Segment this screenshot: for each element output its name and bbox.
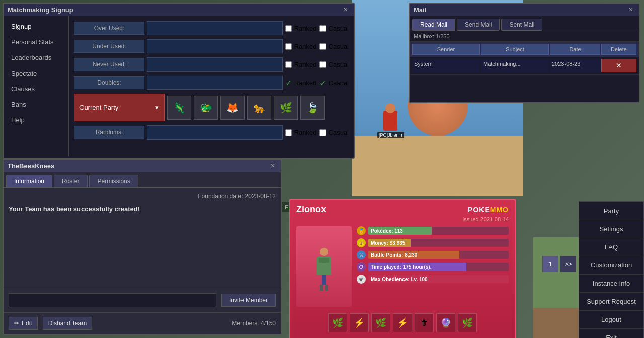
money-bar: Money: $3,935 xyxy=(368,239,411,247)
party-dropdown-arrow: ▾ xyxy=(155,104,159,111)
mm-label-overused: Over Used: xyxy=(74,22,144,35)
mail-header-subject: Subject xyxy=(481,44,549,55)
label-overused-casual: Casual xyxy=(329,25,349,32)
matchmaking-body: Signup Personal Stats Leaderboards Spect… xyxy=(4,16,354,156)
menu-item-instance-info[interactable]: Instance Info xyxy=(579,275,643,293)
invite-member-button[interactable]: Invite Member xyxy=(221,294,276,307)
mm-check-doubles-ranked: ✓ Ranked xyxy=(285,78,317,88)
edit-label: Edit xyxy=(22,320,32,327)
stat-row-pokedex: 🏅 Pokédex: 113 xyxy=(357,226,509,235)
tab-sent-mail[interactable]: Sent Mail xyxy=(501,19,542,31)
mm-input-underused xyxy=(147,39,283,53)
mm-check-underused-casual: Casual xyxy=(319,43,349,50)
logo-mmo: MMO xyxy=(490,206,509,214)
menu-item-settings[interactable]: Settings xyxy=(579,220,643,238)
menu-item-party[interactable]: Party xyxy=(579,202,643,220)
checkmark-doubles-ranked: ✓ xyxy=(285,78,292,88)
team-footer: Invite Member xyxy=(4,289,281,311)
sidebar-item-leaderboards[interactable]: Leaderboards xyxy=(4,50,68,65)
disband-team-button[interactable]: Disband Team xyxy=(43,317,93,330)
profile-trainer-sprite xyxy=(296,226,352,307)
mm-check-randoms-casual: Casual xyxy=(319,129,349,137)
time-bar: Time played: 175 hour(s). xyxy=(368,263,466,271)
mail-titlebar: Mail × xyxy=(410,4,639,16)
checkbox-neverused-ranked[interactable] xyxy=(285,61,292,68)
profile-card: Zionox POKEMMO Issued 2021-08-14 xyxy=(289,199,516,338)
right-menu: Party Settings FAQ Customization Instanc… xyxy=(579,201,644,338)
checkbox-randoms-casual[interactable] xyxy=(319,129,326,136)
item-slot-5: 🔮 xyxy=(436,313,455,332)
tab-send-mail[interactable]: Send Mail xyxy=(457,19,500,31)
mm-label-doubles: Doubles: xyxy=(74,76,144,89)
mm-row-underused: Under Used: Ranked Casual xyxy=(74,39,349,53)
checkbox-neverused-casual[interactable] xyxy=(319,61,326,68)
menu-item-exit[interactable]: Exit xyxy=(579,329,643,338)
matchmaking-titlebar: Matchmaking Signup × xyxy=(4,4,354,16)
bp-icon: ⚔ xyxy=(357,250,366,259)
menu-item-customization[interactable]: Customization xyxy=(579,256,643,275)
label-doubles-ranked: Ranked xyxy=(294,79,317,87)
team-titlebar: TheBeesKnees × xyxy=(4,160,281,172)
logo-poke: POKE xyxy=(468,206,490,214)
team-action-bar: ✏ Edit Disband Team Members: 4/150 xyxy=(4,312,281,334)
mail-date-0: 2023-08-23 xyxy=(550,59,600,72)
mm-input-neverused xyxy=(147,57,283,72)
matchmaking-close-button[interactable]: × xyxy=(342,6,350,14)
menu-item-support-request[interactable]: Support Request xyxy=(579,293,643,311)
trainer-in-game: [PO]Jbienin xyxy=(377,111,404,138)
tab-roster[interactable]: Roster xyxy=(54,175,88,187)
tab-read-mail[interactable]: Read Mail xyxy=(412,19,455,31)
mail-tabs: Read Mail Send Mail Sent Mail xyxy=(410,16,639,31)
mail-close-button[interactable]: × xyxy=(627,6,635,14)
invite-member-input[interactable] xyxy=(9,293,216,307)
mail-row-0[interactable]: System Matchmaking... 2023-08-23 ✕ xyxy=(410,57,639,75)
pokemon-slot-6: 🍃 xyxy=(300,96,325,120)
checkbox-overused-ranked[interactable] xyxy=(285,25,292,32)
mm-check-randoms-ranked: Ranked xyxy=(285,129,317,137)
sidebar-item-spectate[interactable]: Spectate xyxy=(4,65,68,81)
money-bar-bg: Money: $3,935 xyxy=(368,239,509,247)
stat-row-money: 💰 Money: $3,935 xyxy=(357,238,509,247)
sidebar-item-help[interactable]: Help xyxy=(4,112,68,128)
party-select[interactable]: Current Party ▾ xyxy=(74,94,165,121)
checkbox-underused-ranked[interactable] xyxy=(285,43,292,50)
team-body: Foundation date: 2023-08-12 Your Team ha… xyxy=(4,188,281,218)
sidebar-item-personal-stats[interactable]: Personal Stats xyxy=(4,34,68,50)
obedience-bar: Max Obedience: Lv. 100 xyxy=(368,275,509,283)
mm-input-doubles xyxy=(147,76,283,90)
time-bar-bg: Time played: 175 hour(s). xyxy=(368,263,509,271)
page-1-button[interactable]: 1 xyxy=(542,256,558,272)
tab-information[interactable]: Information xyxy=(6,175,52,187)
item-slot-6: 🌿 xyxy=(458,313,477,332)
checkbox-overused-casual[interactable] xyxy=(319,25,326,32)
members-count: Members: 4/150 xyxy=(232,320,276,327)
mm-check-neverused-casual: Casual xyxy=(319,61,349,69)
checkbox-underused-casual[interactable] xyxy=(319,43,326,50)
tab-permissions[interactable]: Permissions xyxy=(89,175,138,187)
money-icon: 💰 xyxy=(357,238,366,247)
team-message: Your Team has been successfully created! xyxy=(9,205,276,213)
pokemon-slot-1: 🦎 xyxy=(167,96,191,120)
matchmaking-window: Matchmaking Signup × Signup Personal Sta… xyxy=(3,3,355,159)
checkbox-randoms-ranked[interactable] xyxy=(285,129,292,136)
obedience-icon: 👁 xyxy=(357,275,366,284)
team-close-button[interactable]: × xyxy=(269,162,277,170)
mail-header-date: Date xyxy=(550,44,600,55)
edit-button[interactable]: ✏ Edit xyxy=(9,317,38,330)
menu-item-logout[interactable]: Logout xyxy=(579,311,643,329)
mm-label-neverused: Never Used: xyxy=(74,58,144,71)
sidebar-item-signup[interactable]: Signup xyxy=(4,19,68,34)
label-underused-casual: Casual xyxy=(329,43,349,50)
sidebar-item-clauses[interactable]: Clauses xyxy=(4,81,68,97)
profile-items: 🌿 ⚡ 🌿 ⚡ 🗡 🔮 🌿 xyxy=(290,311,515,335)
stat-row-bp: ⚔ Battle Points: 8,230 xyxy=(357,250,509,259)
item-slot-4: 🗡 xyxy=(415,313,434,332)
mailbox-info: Mailbox: 1/250 xyxy=(410,31,639,42)
page-next-button[interactable]: >> xyxy=(560,256,576,272)
mail-delete-button-0[interactable]: ✕ xyxy=(601,59,636,72)
mail-sender-0: System xyxy=(412,59,480,72)
sidebar-item-bans[interactable]: Bans xyxy=(4,97,68,112)
pokemon-slot-2: 🐲 xyxy=(194,96,218,120)
menu-item-faq[interactable]: FAQ xyxy=(579,238,643,256)
money-value: Money: $3,935 xyxy=(371,240,405,246)
